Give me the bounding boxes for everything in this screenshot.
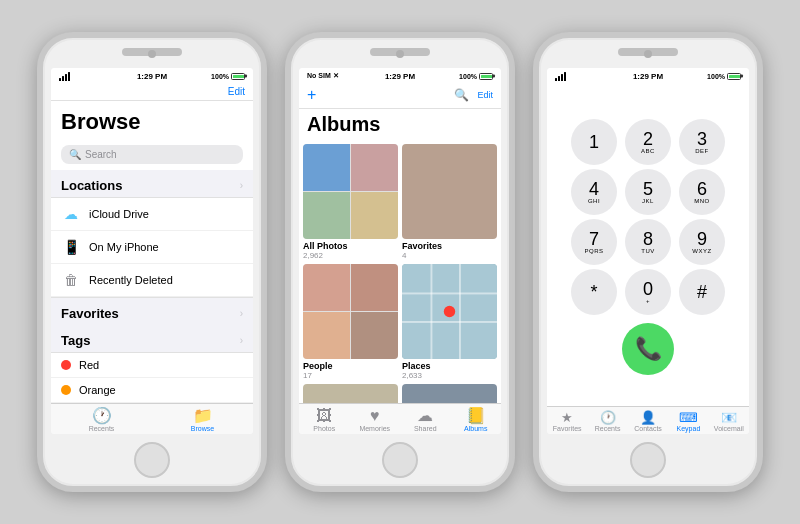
red-label: Red <box>79 359 99 371</box>
tab-browse-files[interactable]: 📁 Browse <box>152 408 253 432</box>
shared-tab-label: Shared <box>414 425 437 432</box>
favorites-thumb-img <box>402 144 497 239</box>
dial-key-4[interactable]: 4 GHI <box>571 169 617 215</box>
dial-row-2: 4 GHI 5 JKL 6 MNO <box>571 169 725 215</box>
places-thumb-img <box>402 264 497 359</box>
keypad-phone-label: Keypad <box>677 425 701 432</box>
recents-label: Recents <box>89 425 115 432</box>
no-sim-status: No SIM ✕ <box>307 72 339 80</box>
call-button[interactable]: 📞 <box>622 323 674 375</box>
on-my-iphone-item[interactable]: 📱 On My iPhone <box>51 231 253 264</box>
dial-key-9[interactable]: 9 WXYZ <box>679 219 725 265</box>
edit-button-files[interactable]: Edit <box>228 86 245 97</box>
dial-alpha-4: GHI <box>588 198 600 204</box>
albums-tab-label: Albums <box>464 425 487 432</box>
dial-key-2[interactable]: 2 ABC <box>625 119 671 165</box>
dial-key-star[interactable]: * <box>571 269 617 315</box>
search-input-files[interactable]: 🔍 Search <box>61 145 243 164</box>
recents-icon: 🕐 <box>92 408 112 424</box>
people-1 <box>303 264 350 311</box>
recents-phone-icon: 🕐 <box>600 411 616 424</box>
map-svg <box>402 264 497 359</box>
screen-files: 1:29 PM 100% Edit Browse 🔍 Search <box>51 68 253 434</box>
tab-keypad-phone[interactable]: ⌨ Keypad <box>668 411 708 432</box>
dial-key-5[interactable]: 5 JKL <box>625 169 671 215</box>
tab-memories[interactable]: ♥ Memories <box>350 408 401 432</box>
dial-key-3[interactable]: 3 DEF <box>679 119 725 165</box>
photos-tab-label: Photos <box>313 425 335 432</box>
dial-key-hash[interactable]: # <box>679 269 725 315</box>
album-selfies[interactable]: Selfies <box>402 384 497 403</box>
signal-status-1 <box>59 72 70 81</box>
thumb-grid-people <box>303 264 398 359</box>
tab-shared[interactable]: ☁ Shared <box>400 408 451 432</box>
tab-recents-files[interactable]: 🕐 Recents <box>51 408 152 432</box>
people-4 <box>351 312 398 359</box>
dial-row-1: 1 2 ABC 3 DEF <box>571 119 725 165</box>
tab-albums[interactable]: 📒 Albums <box>451 408 502 432</box>
orange-dot <box>61 385 71 395</box>
dial-key-1[interactable]: 1 <box>571 119 617 165</box>
dial-num-7: 7 <box>589 230 599 248</box>
home-button-1[interactable] <box>134 442 170 478</box>
tab-photos[interactable]: 🖼 Photos <box>299 408 350 432</box>
nav-right-photos: 🔍 Edit <box>454 88 493 102</box>
dial-key-6[interactable]: 6 MNO <box>679 169 725 215</box>
dial-num-8: 8 <box>643 230 653 248</box>
album-all-photos[interactable]: All Photos 2,962 <box>303 144 398 260</box>
icloud-label: iCloud Drive <box>89 208 149 220</box>
tab-favorites-phone[interactable]: ★ Favorites <box>547 411 587 432</box>
iphone-label: On My iPhone <box>89 241 159 253</box>
files-content: Browse 🔍 Search Locations › ☁ iCloud Dri… <box>51 101 253 403</box>
tag-red[interactable]: Red <box>51 353 253 378</box>
home-button-2[interactable] <box>382 442 418 478</box>
dial-num-2: 2 <box>643 130 653 148</box>
tab-contacts-phone[interactable]: 👤 Contacts <box>628 411 668 432</box>
favorites-phone-label: Favorites <box>553 425 582 432</box>
locations-chevron[interactable]: › <box>240 180 243 191</box>
voicemail-phone-icon: 📧 <box>721 411 737 424</box>
people-thumb <box>303 264 398 359</box>
album-recently-added[interactable]: Recently Added <box>303 384 398 403</box>
tab-bar-files: 🕐 Recents 📁 Browse <box>51 403 253 434</box>
photos-tab-icon: 🖼 <box>316 408 332 424</box>
empty-right <box>682 326 728 372</box>
dial-row-3: 7 PQRS 8 TUV 9 WXYZ <box>571 219 725 265</box>
all-photos-count: 2,962 <box>303 251 398 260</box>
album-places[interactable]: Places 2,633 <box>402 264 497 380</box>
icloud-drive-item[interactable]: ☁ iCloud Drive <box>51 198 253 231</box>
status-bar-3: 1:29 PM 100% <box>547 68 749 84</box>
search-icon-photos[interactable]: 🔍 <box>454 88 469 102</box>
recently-added-thumb <box>303 384 398 403</box>
favorites-phone-icon: ★ <box>561 411 573 424</box>
album-people[interactable]: People 17 <box>303 264 398 380</box>
dial-key-0[interactable]: 0 + <box>625 269 671 315</box>
dial-key-7[interactable]: 7 PQRS <box>571 219 617 265</box>
edit-button-photos[interactable]: Edit <box>477 90 493 100</box>
tab-voicemail-phone[interactable]: 📧 Voicemail <box>709 411 749 432</box>
time-1: 1:29 PM <box>137 72 167 81</box>
phone-dialpad: 1:29 PM 100% 1 2 <box>533 32 763 492</box>
recently-deleted-label: Recently Deleted <box>89 274 173 286</box>
battery-icon-3 <box>727 73 741 80</box>
battery-status-1: 100% <box>211 73 245 80</box>
tab-recents-phone[interactable]: 🕐 Recents <box>587 411 627 432</box>
favorites-label: Favorites <box>402 241 497 251</box>
favorites-chevron[interactable]: › <box>240 308 243 319</box>
tags-chevron[interactable]: › <box>240 335 243 346</box>
add-album-button[interactable]: + <box>307 86 316 104</box>
dial-key-8[interactable]: 8 TUV <box>625 219 671 265</box>
signal-bars-3 <box>555 72 566 81</box>
call-icon: 📞 <box>635 336 662 362</box>
album-favorites[interactable]: Favorites 4 <box>402 144 497 260</box>
tag-orange[interactable]: Orange <box>51 378 253 403</box>
home-button-3[interactable] <box>630 442 666 478</box>
dial-alpha-2: ABC <box>641 148 655 154</box>
keypad-phone-icon: ⌨ <box>679 411 698 424</box>
recently-deleted-item[interactable]: 🗑 Recently Deleted <box>51 264 253 297</box>
svg-rect-4 <box>459 264 461 359</box>
thumb-cell-2 <box>351 144 398 191</box>
bar2-3 <box>558 76 560 81</box>
time-3: 1:29 PM <box>633 72 663 81</box>
bar1-3 <box>555 78 557 81</box>
